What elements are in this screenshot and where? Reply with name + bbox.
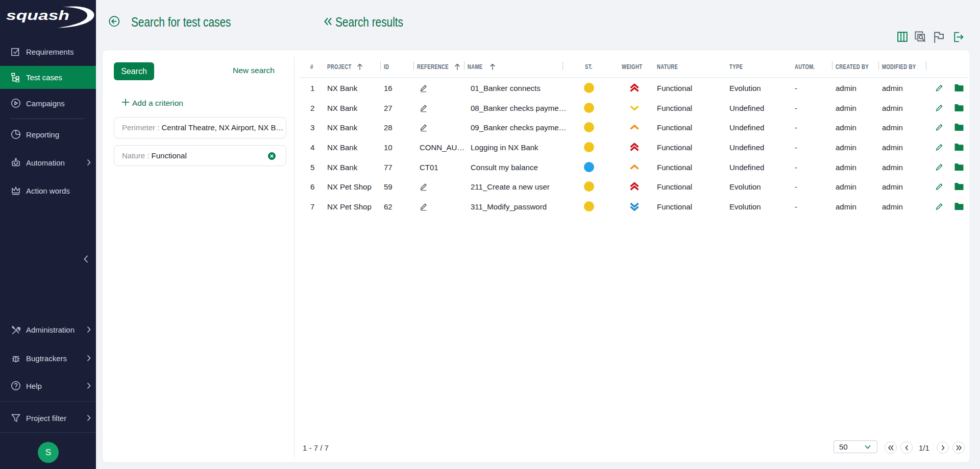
- svg-text:squash: squash: [6, 8, 69, 23]
